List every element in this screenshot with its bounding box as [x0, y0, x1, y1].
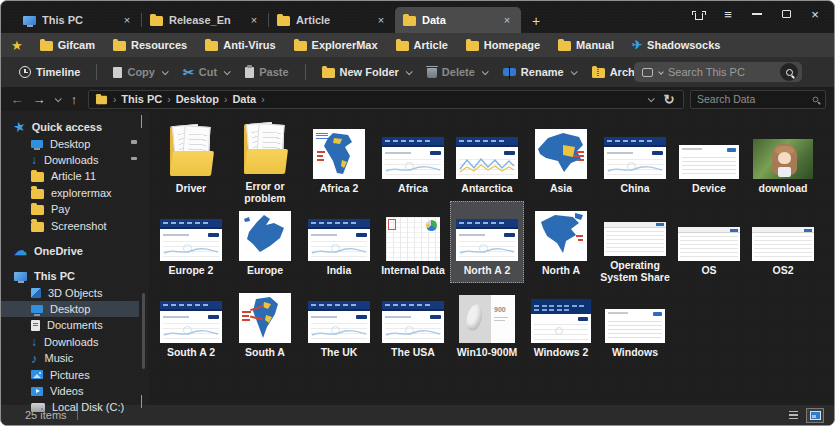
file-item-windows-2[interactable]: Windows 2 [524, 283, 598, 365]
file-item-india[interactable]: India [302, 201, 376, 283]
close-button[interactable]: × [808, 7, 822, 21]
toolbar-button-cut[interactable]: ✂Cut [175, 61, 237, 83]
favorite-anti-virus[interactable]: Anti-Virus [198, 33, 282, 57]
dropdown-caret-icon[interactable] [482, 68, 489, 75]
file-item-asia[interactable]: Asia [524, 119, 598, 201]
minimize-button[interactable] [750, 7, 764, 21]
favorite-gifcam[interactable]: Gifcam [33, 33, 102, 57]
address-chevron-icon[interactable] [648, 95, 655, 102]
sidebar-item-documents[interactable]: Documents [1, 317, 139, 333]
tab-data[interactable]: Data× [395, 7, 521, 33]
favorite-article[interactable]: Article [389, 33, 455, 57]
sidebar-item-music[interactable]: ♪Music [1, 350, 139, 366]
sidebar-item-screenshot[interactable]: Screenshot [1, 217, 139, 233]
file-item-the-usa[interactable]: The USA [376, 283, 450, 365]
file-item-error-or-problem[interactable]: Error or problem [228, 119, 302, 201]
sidebar-item-desktop[interactable]: Desktop [1, 135, 139, 151]
sidebar-item-local-disk-c[interactable]: Local Disk (C:) [1, 399, 139, 415]
history-chevron-icon[interactable] [55, 95, 62, 102]
sidebar-item-pay[interactable]: Pay [1, 201, 139, 217]
file-item-north-a-2[interactable]: North A 2 [450, 201, 524, 283]
favorite-manual[interactable]: Manual [551, 33, 621, 57]
toolbar-button-timeline[interactable]: Timeline [11, 61, 88, 83]
file-item-driver[interactable]: Driver [154, 119, 228, 201]
file-item-operating-system-share[interactable]: Operating System Share [598, 201, 672, 283]
file-item-africa[interactable]: Africa [376, 119, 450, 201]
toolbar-button-delete[interactable]: Delete [419, 61, 495, 83]
file-item-the-uk[interactable]: The UK [302, 283, 376, 365]
file-item-south-a-2[interactable]: South A 2 [154, 283, 228, 365]
theme-button[interactable] [692, 7, 706, 21]
breadcrumb[interactable]: ›This PC›Desktop›Data›↻ [88, 90, 684, 109]
sidebar-item-explorermax[interactable]: explorermax [1, 185, 139, 201]
favorites-star-icon[interactable]: ★ [11, 38, 23, 53]
tab-close-icon[interactable]: × [501, 14, 513, 26]
sidebar-item-article-11[interactable]: Article 11 [1, 168, 139, 184]
new-tab-button[interactable]: + [525, 9, 547, 33]
details-view-button[interactable] [784, 408, 802, 423]
sidebar-item-pictures[interactable]: Pictures [1, 366, 139, 382]
sidebar-scrollbar-thumb[interactable] [142, 293, 145, 369]
tab-close-icon[interactable]: × [121, 14, 133, 26]
file-item-europe-2[interactable]: Europe 2 [154, 201, 228, 283]
file-item-south-a[interactable]: South A [228, 283, 302, 365]
file-item-download[interactable]: download [746, 119, 820, 201]
breadcrumb-segment-data[interactable]: Data [232, 93, 256, 105]
file-item-win10-900m[interactable]: 900Win10-900M [450, 283, 524, 365]
scroll-down-icon[interactable] [139, 395, 146, 402]
sidebar-section-this-pc[interactable]: This PC [1, 268, 139, 284]
dropdown-caret-icon[interactable] [162, 68, 169, 75]
file-item-internal-data[interactable]: Internal Data [376, 201, 450, 283]
sidebar-item-videos[interactable]: Videos [1, 383, 139, 399]
file-item-north-a[interactable]: North A [524, 201, 598, 283]
breadcrumb-segment-desktop[interactable]: Desktop [176, 93, 219, 105]
scroll-up-icon[interactable] [139, 115, 146, 122]
sidebar-section-onedrive[interactable]: ☁OneDrive [1, 243, 139, 259]
favorite-homepage[interactable]: Homepage [459, 33, 547, 57]
file-item-antarctica[interactable]: Antarctica [450, 119, 524, 201]
maximize-button[interactable] [779, 7, 793, 21]
file-item-device[interactable]: Device [672, 119, 746, 201]
tab-close-icon[interactable]: × [248, 14, 260, 26]
tab-release-en[interactable]: Release_En× [142, 7, 268, 33]
toolbar-button-new-folder[interactable]: New Folder [314, 61, 419, 83]
tab-article[interactable]: Article× [269, 7, 395, 33]
dropdown-caret-icon[interactable] [224, 68, 231, 75]
tab-this-pc[interactable]: This PC× [15, 7, 141, 33]
favorite-explorermax[interactable]: ExplorerMax [287, 33, 385, 57]
dropdown-caret-icon[interactable] [570, 68, 577, 75]
file-item-china[interactable]: China [598, 119, 672, 201]
sidebar-item-downloads[interactable]: ↓Downloads [1, 152, 139, 168]
file-item-europe[interactable]: Europe [228, 201, 302, 283]
breadcrumb-segment-this-pc[interactable]: This PC [121, 93, 162, 105]
search-folder-placeholder[interactable]: Search Data [697, 93, 808, 105]
file-item-africa-2[interactable]: Africa 2 [302, 119, 376, 201]
sidebar-gap [1, 234, 149, 243]
toolbar-button-rename[interactable]: Rename [495, 61, 584, 83]
menu-button[interactable]: ≡ [721, 7, 735, 21]
tab-close-icon[interactable]: × [375, 14, 387, 26]
file-item-os2[interactable]: OS2 [746, 201, 820, 283]
toolbar-button-copy[interactable]: Copy [105, 61, 175, 83]
thumbnail-view-button[interactable] [806, 408, 824, 423]
back-button[interactable]: ← [9, 92, 25, 107]
forward-button[interactable]: → [31, 92, 47, 107]
dropdown-caret-icon[interactable] [405, 68, 412, 75]
search-scope-icon[interactable] [642, 68, 653, 77]
search-button[interactable] [780, 63, 798, 81]
sidebar-item-3d-objects[interactable]: 3D Objects [1, 285, 139, 301]
search-placeholder[interactable]: Search This PC [668, 66, 775, 78]
file-item-windows[interactable]: Windows [598, 283, 672, 365]
up-button[interactable]: ↑ [66, 92, 82, 107]
favorite-resources[interactable]: Resources [106, 33, 194, 57]
sidebar-item-desktop[interactable]: Desktop [1, 301, 139, 317]
toolbar-button-paste[interactable]: Paste [237, 61, 296, 83]
search-current-folder[interactable]: Search Data [690, 90, 826, 109]
favorite-shadowsocks[interactable]: ✈Shadowsocks [625, 33, 727, 57]
file-item-os[interactable]: OS [672, 201, 746, 283]
refresh-icon[interactable]: ↻ [661, 92, 677, 107]
chevron-down-icon[interactable] [658, 69, 664, 75]
sidebar-item-downloads[interactable]: ↓Downloads [1, 334, 139, 350]
sidebar-section-quick-access[interactable]: ★Quick access [1, 119, 139, 135]
toolbar-search[interactable]: Search This PC [634, 62, 802, 82]
